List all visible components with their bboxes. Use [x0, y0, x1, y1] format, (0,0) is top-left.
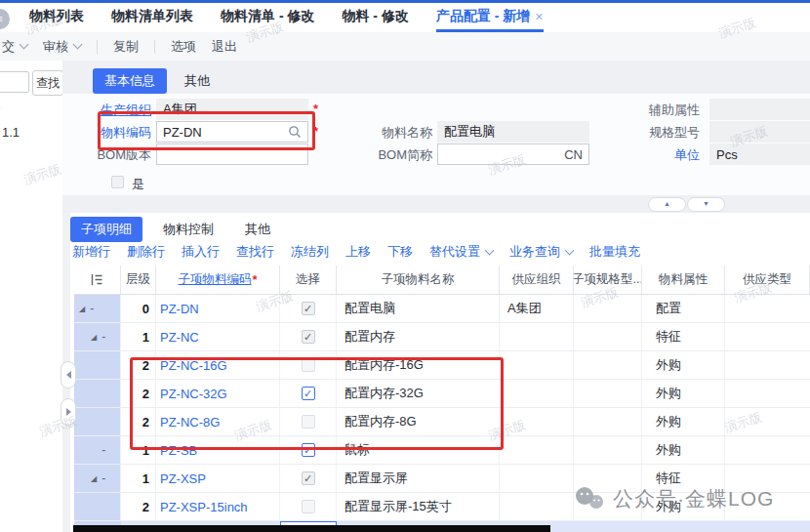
field-label-material_name: 物料名称 [351, 124, 432, 142]
action-0[interactable]: 交 [2, 38, 27, 56]
supply-org-cell [500, 351, 574, 379]
detail-tab-1[interactable]: 物料控制 [152, 217, 224, 242]
grid-row-PZ-SB: ◢- 1 PZ-SB ✓ 鼠标 外购 [74, 436, 810, 465]
chevron-right-icon [66, 408, 71, 416]
grid-toolbar-label: 业务查询 [509, 243, 560, 261]
item-code-link[interactable]: PZ-XSP [156, 465, 280, 492]
select-cell[interactable]: ✓ [280, 323, 337, 350]
grid-toolbar-button-4[interactable]: 冻结列 [291, 243, 329, 261]
row-header-cell[interactable] [74, 351, 121, 379]
header-link[interactable]: 子项物料编码 [178, 271, 251, 288]
field-label-material_code[interactable]: 物料编码 [59, 124, 151, 142]
select-cell[interactable] [280, 408, 337, 435]
row-expander-icon[interactable]: ◢ [79, 305, 85, 313]
row-select-checkbox[interactable] [302, 358, 315, 372]
grid-toolbar-button-6[interactable]: 下移 [387, 243, 413, 261]
row-select-checkbox[interactable] [302, 415, 315, 429]
row-select-checkbox[interactable]: ✓ [302, 387, 315, 400]
grid-toolbar-button-9[interactable]: 批量填充 [589, 243, 640, 261]
row-expander-icon[interactable]: ◢ [91, 474, 97, 483]
row-header-cell[interactable]: ◢- [74, 323, 121, 350]
material-attr-cell: 外购 [642, 493, 725, 520]
window-tab-3[interactable]: 物料 - 修改 [342, 3, 408, 32]
level-cell: 1 [121, 436, 156, 464]
close-icon[interactable]: × [535, 9, 543, 24]
grid-header-cell-0 [74, 266, 121, 294]
field-bom_version[interactable] [156, 143, 308, 165]
action-2[interactable]: 复制 [113, 38, 139, 56]
row-header-cell[interactable] [74, 408, 121, 435]
search-icon[interactable] [288, 125, 302, 139]
action-4[interactable]: 退出 [212, 38, 237, 56]
row-expander-icon[interactable]: ◢ [91, 333, 97, 342]
select-cell[interactable]: ✓ [280, 465, 337, 492]
field-unit: Pcs [709, 143, 810, 165]
window-tab-0[interactable]: 物料列表 [29, 3, 84, 32]
field-label-prod_org[interactable]: 生产组织 [59, 102, 151, 119]
detail-tab-0[interactable]: 子项明细 [70, 217, 142, 242]
select-cell[interactable]: ✓ [280, 295, 337, 322]
select-cell[interactable] [280, 493, 337, 520]
item-code-link[interactable]: PZ-XSP-15inch [156, 493, 280, 520]
row-header-cell[interactable]: ◢- [74, 465, 121, 492]
field-spec_model [709, 121, 810, 143]
row-header-cell[interactable] [74, 380, 121, 407]
item-code-link[interactable]: PZ-SB [156, 436, 280, 464]
window-tab-2[interactable]: 物料清单 - 修改 [221, 3, 314, 32]
select-cell[interactable] [280, 351, 337, 379]
level-cell: 2 [121, 351, 156, 379]
item-code-link[interactable]: PZ-NC-8G [156, 408, 280, 435]
grid-toolbar-button-7[interactable]: 替代设置 [429, 243, 493, 261]
grid-toolbar-button-2[interactable]: 插入行 [182, 243, 220, 261]
row-select-checkbox[interactable]: ✓ [302, 302, 315, 315]
supply-org-cell [500, 380, 574, 407]
row-header-cell[interactable]: ◢- [74, 295, 121, 322]
grid-toolbar-button-8[interactable]: 业务查询 [509, 243, 573, 261]
grid-toolbar-button-5[interactable]: 上移 [345, 243, 371, 261]
field-bom_short[interactable]: CN [437, 143, 589, 165]
supply-org-cell [500, 408, 574, 435]
field-prod_org: A集团 [156, 99, 308, 120]
item-name-cell: 配置显示屏 [337, 465, 500, 492]
grid-toolbar-button-0[interactable]: 新增行 [72, 243, 110, 261]
field-label-unit[interactable]: 单位 [615, 146, 700, 164]
row-select-checkbox[interactable] [302, 500, 315, 513]
collapse-up-button[interactable]: ▲ [648, 197, 686, 212]
splitter-collapse-left-handle[interactable] [61, 361, 76, 389]
spec-cell [574, 380, 642, 407]
tree-search-input[interactable] [0, 71, 29, 93]
find-button[interactable]: 查找 [32, 70, 63, 96]
splitter-expand-right-handle[interactable] [61, 398, 76, 426]
item-code-link[interactable]: PZ-NC-32G [156, 380, 280, 407]
collapse-down-button[interactable]: ▼ [687, 197, 725, 212]
row-header-cell[interactable] [74, 493, 121, 520]
item-code-link[interactable]: PZ-NC [156, 323, 280, 350]
grid-row-PZ-DN: ◢- 0 PZ-DN ✓ 配置电脑 A集团 配置 [74, 295, 810, 323]
horizontal-scrollbar[interactable] [73, 525, 550, 532]
form-tab-1[interactable]: 其他 [173, 68, 222, 94]
detail-tab-2[interactable]: 其他 [234, 217, 281, 242]
product-config-window: 物料列表 物料清单列表 物料清单 - 修改 物料 - 修改 产品配置 - 新增 … [0, 0, 810, 532]
window-tab-1[interactable]: 物料清单列表 [111, 3, 193, 32]
item-code-link[interactable]: PZ-DN [156, 295, 280, 322]
row-header-cell[interactable]: ◢- [74, 436, 121, 464]
field-value: 配置电脑 [444, 123, 495, 141]
action-1[interactable]: 审核 [43, 38, 81, 56]
row-select-checkbox[interactable]: ✓ [302, 471, 315, 485]
chevron-down-icon [485, 245, 495, 255]
row-select-checkbox[interactable]: ✓ [302, 330, 315, 344]
select-cell[interactable]: ✓ [280, 380, 337, 407]
form-tab-0[interactable]: 基本信息 [93, 68, 167, 94]
window-tab-label: 物料清单列表 [111, 8, 193, 25]
tree-item[interactable]: 1.1 [2, 125, 20, 140]
item-code-link[interactable]: PZ-NC-16G [156, 351, 280, 379]
grid-toolbar-button-3[interactable]: 查找行 [236, 243, 274, 261]
is-changing-checkbox[interactable] [111, 176, 124, 188]
action-3[interactable]: 选项 [171, 38, 196, 56]
field-material_code[interactable]: PZ-DN [156, 121, 308, 143]
chevron-down-icon [73, 40, 83, 50]
select-cell[interactable]: ✓ [280, 436, 337, 464]
window-tab-4[interactable]: 产品配置 - 新增 × [436, 3, 544, 32]
grid-toolbar-button-1[interactable]: 删除行 [127, 243, 165, 261]
row-select-checkbox[interactable]: ✓ [302, 443, 315, 457]
